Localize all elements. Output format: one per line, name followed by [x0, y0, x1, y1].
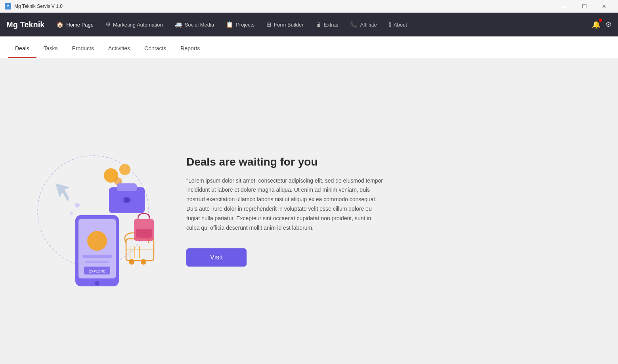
notification-badge	[599, 19, 602, 22]
window-controls: — ☐ ✕	[555, 0, 613, 13]
nav-item-extras[interactable]: 🖩 Extras	[310, 18, 344, 31]
content-body: "Lorem ipsum dolor sit amet, consectetur…	[186, 176, 385, 233]
about-icon: ℹ	[389, 21, 391, 28]
minimize-button[interactable]: —	[555, 0, 574, 13]
top-nav-right: 🔔 ⚙	[592, 20, 612, 29]
nav-item-marketing[interactable]: ⚙ Marketing Automation	[100, 18, 168, 31]
affiliate-icon: 📞	[350, 21, 358, 28]
nav-label-extras: Extras	[324, 22, 339, 28]
main-content: EXPLORE Deals are waitin	[0, 58, 618, 364]
svg-point-11	[87, 231, 107, 251]
window-title: Mg Teknik Servis V 1.0	[14, 4, 63, 9]
svg-rect-25	[136, 229, 152, 238]
svg-rect-12	[82, 255, 112, 258]
nav-item-formbuilder[interactable]: ⊞ Form Builder	[261, 18, 309, 31]
nav-label-affiliate: Affiliate	[360, 22, 377, 28]
tab-activities[interactable]: Activities	[101, 40, 137, 58]
title-bar: M Mg Teknik Servis V 1.0 — ☐ ✕	[0, 0, 618, 13]
svg-point-27	[70, 212, 73, 215]
svg-point-3	[119, 164, 130, 175]
illustration: EXPLORE	[24, 136, 163, 286]
app-logo: Mg Teknik	[6, 20, 44, 29]
social-icon: 🚐	[175, 21, 182, 28]
home-icon: 🏠	[56, 21, 64, 28]
nav-items: 🏠 Home Page ⚙ Marketing Automation 🚐 Soc…	[51, 18, 592, 31]
maximize-button[interactable]: ☐	[575, 0, 593, 13]
content-area: Deals are waiting for you "Lorem ipsum d…	[186, 156, 385, 267]
formbuilder-icon: ⊞	[266, 21, 272, 28]
projects-icon: 📋	[226, 21, 233, 28]
svg-point-8	[125, 198, 129, 202]
svg-rect-13	[85, 261, 109, 263]
nav-label-projects: Projects	[236, 22, 254, 28]
nav-label-formbuilder: Form Builder	[274, 22, 303, 28]
close-button[interactable]: ✕	[595, 0, 613, 13]
svg-rect-6	[117, 183, 137, 191]
marketing-icon: ⚙	[105, 21, 111, 28]
nav-item-about[interactable]: ℹ About	[383, 18, 413, 31]
nav-item-social[interactable]: 🚐 Social Media	[169, 18, 220, 31]
tab-tasks[interactable]: Tasks	[36, 40, 65, 58]
top-nav: Mg Teknik 🏠 Home Page ⚙ Marketing Automa…	[0, 13, 618, 36]
tab-reports[interactable]: Reports	[173, 40, 207, 58]
settings-button[interactable]: ⚙	[605, 20, 612, 29]
svg-text:EXPLORE: EXPLORE	[89, 269, 106, 273]
svg-point-19	[141, 259, 146, 265]
nav-item-affiliate[interactable]: 📞 Affiliate	[344, 18, 382, 31]
nav-label-home: Home Page	[66, 22, 94, 28]
nav-label-social: Social Media	[185, 22, 214, 28]
nav-item-home[interactable]: 🏠 Home Page	[51, 18, 99, 31]
tab-deals[interactable]: Deals	[8, 40, 36, 58]
title-bar-left: M Mg Teknik Servis V 1.0	[5, 3, 63, 10]
tab-products[interactable]: Products	[65, 40, 101, 58]
app-icon: M	[5, 3, 11, 10]
svg-point-18	[129, 259, 134, 265]
visit-button[interactable]: Visit	[186, 248, 247, 267]
nav-label-marketing: Marketing Automation	[113, 22, 163, 28]
svg-point-26	[75, 203, 80, 208]
extras-icon: 🖩	[316, 21, 321, 28]
sub-nav: Deals Tasks Products Activities Contacts…	[0, 36, 618, 58]
svg-point-16	[95, 281, 99, 286]
svg-marker-1	[55, 183, 70, 201]
content-title: Deals are waiting for you	[186, 156, 385, 168]
notification-bell[interactable]: 🔔	[592, 20, 601, 29]
nav-label-about: About	[394, 22, 407, 28]
nav-item-projects[interactable]: 📋 Projects	[220, 18, 260, 31]
tab-contacts[interactable]: Contacts	[137, 40, 173, 58]
